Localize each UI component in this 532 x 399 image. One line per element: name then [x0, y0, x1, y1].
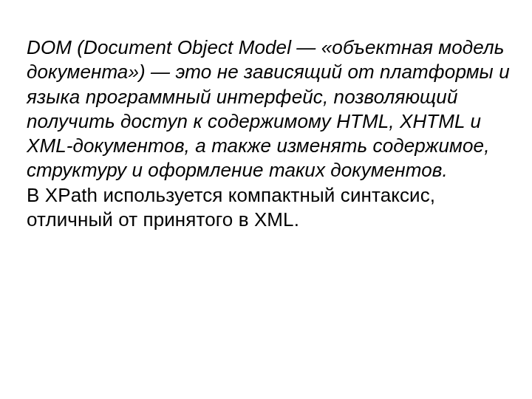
- dom-definition-italic: DOM (Document Object Model — «объектная …: [27, 36, 510, 181]
- xpath-sentence: В XPath используется компактный синтакси…: [27, 184, 435, 231]
- document-page: DOM (Document Object Model — «объектная …: [0, 0, 532, 399]
- body-text: DOM (Document Object Model — «объектная …: [27, 35, 519, 232]
